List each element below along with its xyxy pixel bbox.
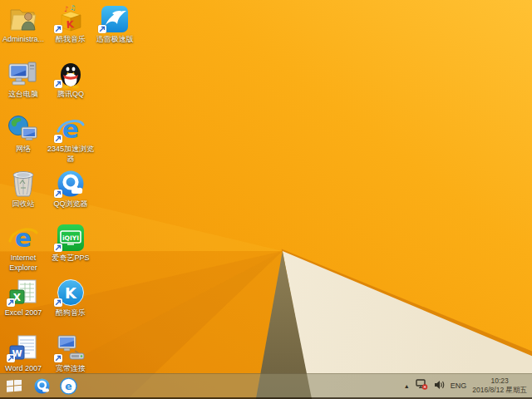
qq-browser-icon bbox=[33, 377, 51, 395]
desktop-icon-tencent-qq[interactable]: 腾讯QQ bbox=[47, 59, 95, 100]
tencent-qq-icon bbox=[54, 59, 87, 89]
taskbar-browser-e-button[interactable]: e bbox=[55, 374, 81, 397]
shortcut-arrow-icon bbox=[54, 190, 62, 198]
svg-text:K: K bbox=[66, 18, 75, 31]
iqiyi-pps-icon: iQIYI bbox=[54, 223, 87, 253]
desktop-icon-kuwo-music[interactable]: ♪ ♫ K 酷我音乐 bbox=[47, 4, 95, 45]
qq-browser-icon bbox=[54, 169, 87, 199]
network-icon bbox=[7, 114, 40, 144]
desktop-icon-thunder[interactable]: 迅雷极速版 bbox=[91, 4, 139, 45]
desktop-icon-label: 迅雷极速版 bbox=[96, 35, 134, 45]
this-pc-icon bbox=[7, 59, 40, 89]
show-hidden-icons-button[interactable]: ▲ bbox=[404, 383, 410, 389]
taskbar-clock[interactable]: 10:23 2016/8/12 星期五 bbox=[472, 377, 527, 394]
svg-text:e: e bbox=[62, 115, 79, 144]
desktop-icon-2345-browser[interactable]: e 2345加速浏览器 bbox=[47, 114, 95, 164]
volume-icon[interactable] bbox=[434, 378, 445, 393]
desktop-surface[interactable]: Administra... 这台电脑 bbox=[0, 0, 532, 399]
desktop-icon-label: QQ浏览器 bbox=[53, 200, 87, 209]
svg-text:e: e bbox=[65, 380, 71, 392]
network-disconnected-icon[interactable] bbox=[416, 378, 428, 393]
svg-text:♫: ♫ bbox=[70, 4, 76, 12]
desktop-icon-label: 酷我音乐 bbox=[56, 35, 86, 45]
desktop-icon-label: 回收站 bbox=[12, 200, 35, 209]
user-folder-icon bbox=[7, 4, 40, 34]
word-2007-icon: W bbox=[7, 333, 40, 363]
shortcut-arrow-icon bbox=[54, 354, 62, 362]
kuwo-music-icon: ♪ ♫ K bbox=[54, 4, 87, 34]
desktop-icon-label: 爱奇艺PPS bbox=[52, 254, 89, 264]
thunder-xunlei-icon bbox=[98, 4, 131, 34]
taskbar: e ▲ ENG 10:23 bbox=[0, 373, 532, 397]
shortcut-arrow-icon bbox=[54, 25, 62, 33]
desktop-icon-label: 腾讯QQ bbox=[57, 90, 84, 100]
desktop-icon-word-2007[interactable]: W Word 2007 bbox=[0, 333, 47, 374]
kugou-music-icon: K bbox=[54, 278, 87, 308]
shortcut-arrow-icon bbox=[54, 298, 62, 307]
internet-explorer-icon: e bbox=[7, 223, 40, 253]
desktop-icon-broadband[interactable]: 宽带连接 bbox=[47, 333, 95, 374]
clock-time: 10:23 bbox=[472, 377, 527, 386]
svg-text:iQIYI: iQIYI bbox=[62, 234, 79, 242]
desktop-icon-label: Internet Explorer bbox=[0, 254, 47, 273]
desktop-icon-iqiyi-pps[interactable]: iQIYI 爱奇艺PPS bbox=[47, 223, 95, 264]
desktop-icon-label: Word 2007 bbox=[5, 364, 42, 374]
browser-e-icon: e bbox=[60, 377, 77, 395]
svg-text:e: e bbox=[15, 224, 32, 253]
svg-text:K: K bbox=[65, 284, 77, 302]
desktop-icon-label: Excel 2007 bbox=[5, 308, 42, 318]
windows-logo-icon bbox=[7, 380, 22, 392]
desktop-icon-label: 网络 bbox=[16, 145, 31, 155]
language-indicator[interactable]: ENG bbox=[451, 382, 467, 390]
desktop-icon-label: 2345加速浏览器 bbox=[47, 145, 95, 164]
taskbar-qq-browser-button[interactable] bbox=[28, 374, 55, 397]
shortcut-arrow-icon bbox=[98, 25, 106, 33]
desktop-icon-network[interactable]: 网络 bbox=[0, 114, 47, 155]
desktop-icon-this-pc[interactable]: 这台电脑 bbox=[0, 59, 47, 100]
system-tray: ▲ ENG 10:23 2016/8/12 星期五 bbox=[404, 377, 532, 394]
shortcut-arrow-icon bbox=[7, 354, 15, 362]
svg-text:♪: ♪ bbox=[64, 5, 69, 13]
shortcut-arrow-icon bbox=[54, 80, 62, 88]
desktop-icon-internet-explorer[interactable]: e Internet Explorer bbox=[0, 223, 47, 273]
desktop-icon-label: Administra... bbox=[2, 35, 44, 45]
broadband-connection-icon bbox=[54, 333, 87, 363]
start-button[interactable] bbox=[0, 374, 28, 397]
desktop-icon-label: 酷狗音乐 bbox=[56, 308, 86, 318]
desktop-icon-excel-2007[interactable]: X Excel 2007 bbox=[0, 278, 47, 318]
recycle-bin-icon bbox=[7, 169, 40, 199]
excel-2007-icon: X bbox=[7, 278, 40, 308]
shortcut-arrow-icon bbox=[7, 298, 15, 307]
desktop-icon-label: 这台电脑 bbox=[8, 90, 38, 100]
desktop-icon-administrator-folder[interactable]: Administra... bbox=[0, 4, 47, 45]
2345-browser-icon: e bbox=[54, 114, 87, 144]
desktop-icon-label: 宽带连接 bbox=[56, 364, 86, 374]
shortcut-arrow-icon bbox=[54, 244, 62, 252]
desktop-icon-recycle-bin[interactable]: 回收站 bbox=[0, 169, 47, 209]
desktop-icon-kugou-music[interactable]: K 酷狗音乐 bbox=[47, 278, 95, 318]
clock-date: 2016/8/12 星期五 bbox=[472, 386, 527, 395]
desktop-icon-qq-browser[interactable]: QQ浏览器 bbox=[47, 169, 95, 209]
shortcut-arrow-icon bbox=[54, 135, 62, 143]
